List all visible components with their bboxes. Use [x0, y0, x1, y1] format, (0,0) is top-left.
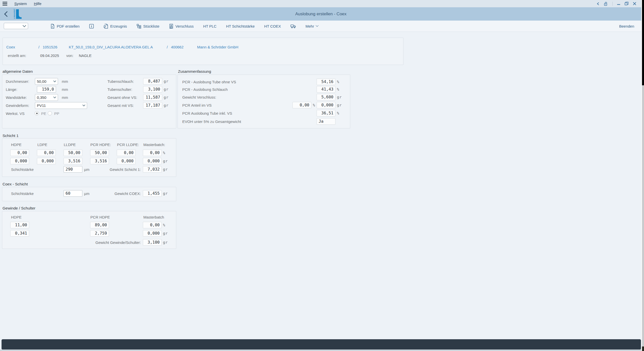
pcr-anteil-vs-pct-field: 0,00 — [292, 102, 311, 108]
gesamt-mit-vs-label: Gesamt mit VS: — [107, 103, 134, 108]
chevron-down-icon — [82, 104, 85, 106]
ht-schichtstaerke-button[interactable]: HT Schichtstärke — [226, 24, 255, 28]
unlock-icon[interactable] — [604, 2, 608, 6]
tubenschulter-field: 3,100 — [143, 86, 162, 93]
menu-hilfe[interactable]: Hilfe — [34, 2, 41, 6]
layer1-pct-hdpe-field: 0,00 — [10, 150, 29, 156]
toolbar: PDF erstellen i Erzeugnis Stückliste Ver… — [0, 21, 642, 32]
tubenschlauch-unit: gr — [164, 78, 168, 85]
layer1-col-hdpe: HDPE — [11, 143, 22, 147]
ht-coex-button[interactable]: HT COEX — [264, 24, 281, 28]
general-section: Durchmesser: 50,00 mm Länge: 159,0 mm Wa… — [2, 75, 176, 128]
type-link[interactable]: Coex — [6, 45, 15, 49]
desktop-background-strip — [642, 346, 644, 351]
truck-button[interactable] — [290, 24, 296, 28]
info-button[interactable]: i — [89, 24, 94, 29]
verschluss-button[interactable]: Verschluss — [169, 24, 194, 29]
thread-pct-masterbatch-field: 0,00 — [143, 222, 162, 228]
gesamt-ohne-vs-unit: gr — [164, 94, 168, 101]
tubenschlauch-label: Tubenschlauch: — [107, 79, 134, 84]
command-combobox[interactable] — [4, 23, 28, 29]
beenden-button[interactable]: Beenden — [619, 24, 634, 28]
evoh-label: EVOH unter 5% zu Gesamtgewicht — [182, 119, 241, 124]
stueckliste-label: Stückliste — [143, 24, 159, 28]
pp-radio[interactable] — [48, 111, 52, 115]
laenge-field[interactable]: 159,0 — [37, 86, 56, 93]
pcr-anteil-vs-label: PCR Anteil im VS — [182, 103, 212, 107]
summary-section-title: Zusammenfassung — [178, 69, 211, 74]
thread-pct-unit: % — [163, 222, 165, 228]
gewicht-verschluss-field: 5,600 — [317, 94, 335, 100]
layer1-section-title: Schicht 1 — [3, 133, 19, 138]
gesamt-ohne-vs-label: Gesamt ohne VS: — [107, 95, 137, 100]
laenge-unit: mm — [62, 87, 68, 92]
list-search-icon — [169, 24, 173, 29]
wandstaerke-unit: mm — [62, 95, 68, 100]
history-back-icon[interactable] — [597, 2, 600, 6]
menu-system[interactable]: System — [14, 2, 27, 6]
pdf-erstellen-button[interactable]: PDF erstellen — [50, 24, 80, 29]
layer1-weight-label: Gewicht Schicht 1: — [78, 167, 141, 172]
stueckliste-button[interactable]: Stückliste — [137, 24, 159, 29]
coex-section: Schichtstärke 60 µm Gewicht COEX: 1,455 … — [2, 187, 176, 201]
gesamt-mit-vs-field: 17,187 — [143, 102, 162, 109]
verschluss-label: Verschluss — [175, 24, 194, 28]
thread-col-hdpe: HDPE — [11, 215, 22, 219]
coex-weight-field: 1,455 — [143, 190, 162, 197]
restore-icon[interactable] — [625, 2, 629, 6]
coex-section-title: Coex - Schicht — [3, 182, 28, 186]
divider — [612, 2, 613, 6]
layer1-gr-pcr-lldpe-field: 0,000 — [117, 158, 136, 164]
gesamt-ohne-vs-field: 11,587 — [143, 94, 162, 101]
erzeugnis-label: Erzeugnis — [110, 24, 127, 28]
pcr-tube-inkl-vs-label: PCR Auslobung Tube inkl. VS — [182, 111, 232, 115]
layer1-section: HDPE LDPE LLDPE PCR HDPE: PCR LLDPE: Mas… — [2, 138, 176, 177]
pcr-schlauch-field: 41,43 — [317, 86, 335, 93]
document-search-icon — [103, 24, 108, 29]
chevron-down-icon — [53, 80, 56, 82]
wandstaerke-combobox[interactable]: 0,350 — [35, 94, 58, 101]
ht-plc-button[interactable]: HT PLC — [203, 24, 216, 28]
article-description-link[interactable]: KT_50,0_159,0_DIV_LACURA ALOEVERA GEL A — [69, 45, 153, 49]
durchmesser-value: 50,00 — [37, 79, 46, 84]
thread-section-title: Gewinde / Schulter — [3, 206, 35, 210]
summary-section: PCR - Auslobung Tube ohne VS 54,16 % PCR… — [178, 75, 350, 128]
thread-col-masterbatch: Masterbatch — [143, 215, 164, 219]
layer1-gr-hdpe-field: 0,000 — [10, 158, 29, 164]
thread-pct-hdpe-field: 11,00 — [10, 222, 29, 228]
coex-thickness-label: Schichtstärke — [11, 191, 34, 196]
pe-radio[interactable] — [35, 111, 39, 115]
pcr-schlauch-label: PCR - Auslobung Schlauch — [182, 87, 228, 92]
window-controls — [597, 0, 636, 7]
toolbar-buttons: PDF erstellen i Erzeugnis Stückliste Ver… — [50, 24, 318, 29]
pe-radio-label: PE — [41, 111, 46, 116]
tubenschlauch-field: 8,487 — [143, 78, 162, 85]
pcr-anteil-vs-pct-unit: % — [313, 102, 315, 108]
gesamt-mit-vs-unit: gr — [164, 102, 168, 109]
layer1-col-lldpe: LLDPE — [64, 143, 76, 147]
window-bottom-edge — [0, 349, 642, 351]
durchmesser-combobox[interactable]: 50,00 — [35, 78, 58, 85]
coex-weight-unit: gr — [163, 190, 168, 197]
layer1-col-masterbatch: Masterbatch: — [143, 143, 165, 147]
hamburger-menu-icon[interactable] — [3, 2, 7, 6]
separator: / — [167, 45, 168, 49]
chevron-down-icon — [23, 24, 26, 27]
layer1-gr-unit: gr — [163, 158, 168, 164]
erzeugnis-button[interactable]: Erzeugnis — [103, 24, 127, 29]
pcr-tube-ohne-vs-unit: % — [337, 79, 339, 85]
close-icon[interactable] — [633, 2, 636, 5]
chevron-down-icon — [316, 24, 318, 27]
customer-number-link[interactable]: 400662 — [171, 45, 184, 49]
gewindeform-combobox[interactable]: PV11 — [35, 102, 87, 109]
coex-weight-label: Gewicht COEX: — [78, 191, 141, 196]
layer1-pct-unit: % — [163, 150, 165, 156]
hierarchy-icon — [137, 24, 141, 29]
customer-name-link[interactable]: Mann & Schröder GmbH — [197, 45, 238, 49]
layer1-col-pcr-lldpe: PCR LLDPE: — [117, 143, 139, 147]
minimize-icon[interactable] — [617, 2, 620, 6]
pcr-anteil-vs-gr-unit: gr — [337, 102, 342, 108]
mehr-button[interactable]: Mehr — [306, 24, 318, 28]
auslobung-number-link[interactable]: 1051526 — [43, 45, 57, 49]
chevron-down-icon — [53, 96, 56, 98]
